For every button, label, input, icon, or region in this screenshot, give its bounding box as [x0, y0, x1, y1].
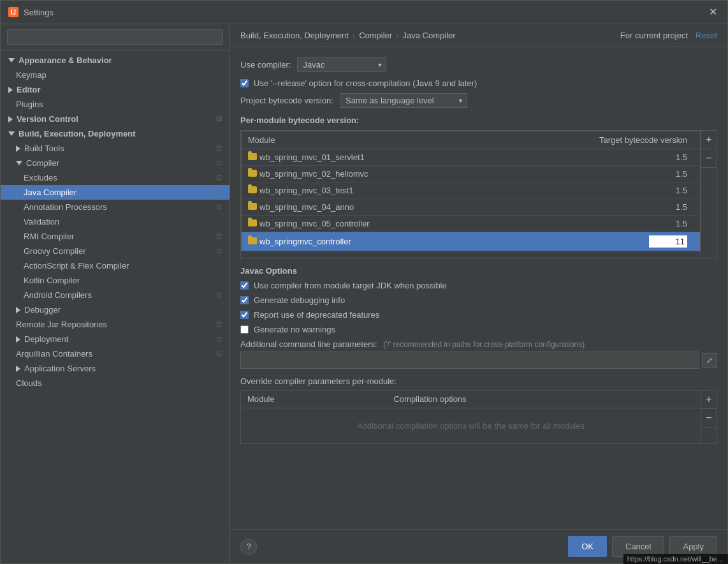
module-table: Module Target bytecode version wb_spring…	[241, 131, 701, 251]
help-button[interactable]: ?	[240, 538, 257, 555]
remove-module-button[interactable]: −	[701, 149, 717, 168]
sidebar-item-debugger[interactable]: Debugger	[1, 302, 229, 317]
javac-check4-label: Generate no warnings	[254, 325, 335, 334]
folder-icon	[248, 153, 257, 160]
folder-icon	[248, 237, 257, 244]
javac-check3-label: Report use of deprecated features	[254, 310, 379, 320]
folder-icon	[248, 219, 257, 226]
sidebar-item-label: Groovy Compiler	[24, 246, 86, 256]
app-icon: IJ	[8, 7, 18, 17]
javac-checkbox3[interactable]	[240, 311, 249, 319]
sidebar-item-rmi-compiler[interactable]: RMI Compiler ⊡	[1, 229, 229, 244]
sidebar-item-validation[interactable]: Validation	[1, 214, 229, 229]
sidebar-item-app-servers[interactable]: Application Servers	[1, 361, 229, 376]
javac-options-title: Javac Options	[240, 266, 717, 276]
additional-params-input[interactable]	[240, 352, 699, 369]
copy-icon: ⊡	[216, 188, 222, 197]
module-version-cell	[497, 232, 701, 251]
sidebar-item-label: Java Compiler	[24, 188, 76, 197]
copy-icon: ⊡	[216, 159, 222, 167]
module-version-cell: 1.5	[497, 199, 701, 216]
expand-arrow-icon	[8, 58, 15, 63]
use-compiler-row: Use compiler: Javac	[240, 57, 717, 72]
sidebar-item-build-execution[interactable]: Build, Execution, Deployment	[1, 126, 229, 141]
sidebar-item-editor[interactable]: Editor	[1, 82, 229, 97]
sidebar-item-label: Keymap	[16, 70, 47, 80]
override-table-side-buttons: + −	[701, 390, 717, 444]
table-row[interactable]: wb_springmvc_controller	[242, 232, 701, 251]
module-version-cell: 1.5	[497, 182, 701, 199]
search-input[interactable]	[7, 29, 223, 45]
add-module-button[interactable]: +	[701, 131, 717, 149]
folder-icon	[248, 203, 257, 210]
version-input[interactable]	[649, 235, 687, 248]
override-label: Override compiler parameters per-module:	[240, 376, 717, 386]
module-version-cell: 1.5	[497, 166, 701, 182]
sidebar-item-compiler[interactable]: Compiler ⊡	[1, 156, 229, 170]
sidebar-item-kotlin-compiler[interactable]: Kotlin Compiler	[1, 273, 229, 288]
sidebar-item-excludes[interactable]: Excludes ⊡	[1, 170, 229, 185]
left-panel: Appearance & Behavior Keymap Editor Plug…	[1, 24, 230, 563]
title-bar-left: IJ Settings	[8, 7, 54, 17]
copy-icon: ⊡	[216, 115, 222, 123]
table-row[interactable]: wb_spring_mvc_02_hellomvc1.5	[242, 166, 701, 182]
sidebar-item-remote-jar[interactable]: Remote Jar Repositories ⊡	[1, 317, 229, 332]
sidebar-item-clouds[interactable]: Clouds	[1, 376, 229, 390]
module-col-header: Module	[242, 131, 497, 149]
javac-check2-label: Generate debugging info	[254, 295, 345, 305]
javac-checkbox4[interactable]	[240, 325, 249, 334]
javac-checkbox2[interactable]	[240, 296, 249, 304]
sidebar-item-annotation-processors[interactable]: Annotation Processors ⊡	[1, 200, 229, 214]
sidebar-item-arquillian[interactable]: Arquillian Containers ⊡	[1, 346, 229, 361]
sidebar-item-label: Application Servers	[24, 364, 96, 373]
remove-override-button[interactable]: −	[701, 409, 717, 427]
sidebar-item-label: Android Compilers	[24, 290, 92, 300]
expand-arrow-icon	[16, 161, 22, 165]
sidebar-item-deployment[interactable]: Deployment ⊡	[1, 332, 229, 346]
sidebar-item-label: Remote Jar Repositories	[16, 320, 107, 329]
expand-arrow-icon	[8, 87, 13, 93]
title-bar: IJ Settings ✕	[1, 1, 727, 24]
main-content: Use compiler: Javac Use '--release' opti…	[230, 47, 727, 529]
sidebar-item-appearance[interactable]: Appearance & Behavior	[1, 53, 229, 68]
ok-button[interactable]: OK	[568, 536, 607, 557]
use-compiler-label: Use compiler:	[240, 60, 291, 70]
breadcrumb-sep1: ›	[353, 31, 355, 40]
sidebar-item-groovy-compiler[interactable]: Groovy Compiler ⊡	[1, 244, 229, 258]
breadcrumb-part2: Compiler	[359, 31, 392, 40]
table-row[interactable]: wb_spring_mvc_04_anno1.5	[242, 199, 701, 216]
module-version-cell: 1.5	[497, 216, 701, 232]
additional-params-row: ⤢	[240, 352, 717, 369]
breadcrumb-part1: Build, Execution, Deployment	[240, 31, 349, 40]
sidebar-item-keymap[interactable]: Keymap	[1, 68, 229, 82]
bytecode-version-select[interactable]: Same as language level	[340, 93, 467, 108]
sidebar-item-plugins[interactable]: Plugins	[1, 97, 229, 112]
module-table-side-buttons: + −	[701, 130, 717, 258]
folder-icon	[248, 186, 257, 193]
javac-checkbox1[interactable]	[240, 281, 249, 290]
sidebar-item-actionscript[interactable]: ActionScript & Flex Compiler	[1, 258, 229, 273]
expand-arrow-icon	[16, 366, 20, 372]
table-row[interactable]: wb_spring_mvc_01_servlet11.5	[242, 149, 701, 166]
reset-button[interactable]: Reset	[695, 31, 717, 40]
watermark: https://blog.csdn.net/will__be…	[623, 554, 728, 564]
table-row[interactable]: wb_spring_mvc_05_controller1.5	[242, 216, 701, 232]
module-name-cell: wb_springmvc_controller	[242, 232, 497, 251]
sidebar-item-android-compilers[interactable]: Android Compilers ⊡	[1, 288, 229, 302]
sidebar-item-version-control[interactable]: Version Control ⊡	[1, 112, 229, 126]
release-option-checkbox[interactable]	[240, 79, 249, 87]
expand-params-button[interactable]: ⤢	[702, 353, 717, 368]
sidebar-item-build-tools[interactable]: Build Tools ⊡	[1, 141, 229, 156]
sidebar-item-label: Excludes	[24, 173, 57, 182]
expand-arrow-icon	[8, 116, 13, 122]
module-name-cell: wb_spring_mvc_02_hellomvc	[242, 166, 497, 182]
module-table-inner: Module Target bytecode version wb_spring…	[240, 130, 701, 258]
sidebar-item-java-compiler[interactable]: Java Compiler ⊡	[1, 185, 229, 200]
table-row[interactable]: wb_spring_mvc_03_test11.5	[242, 182, 701, 199]
javac-check2-row: Generate debugging info	[240, 295, 717, 305]
add-override-button[interactable]: +	[701, 390, 717, 409]
close-button[interactable]: ✕	[706, 6, 720, 19]
compiler-select[interactable]: Javac	[297, 57, 386, 72]
expand-arrow-icon	[16, 145, 20, 152]
sidebar-item-label: Clouds	[16, 378, 41, 388]
